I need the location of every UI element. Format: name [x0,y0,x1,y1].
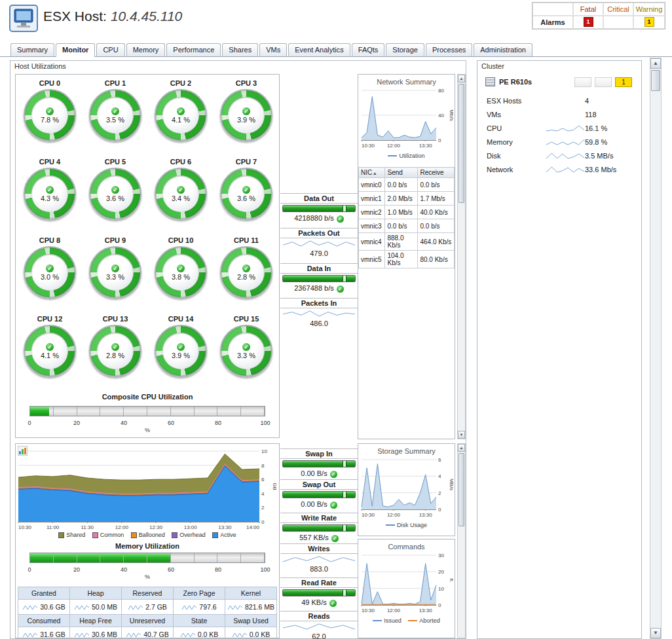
cpu-value: 3.6 % [106,194,124,202]
alarm-cell-warning[interactable]: 1 [615,77,632,87]
nic-row[interactable]: vmnic4888.0 Kb/s464.0 Kb/s [359,233,455,251]
svg-text:8: 8 [261,463,265,469]
cpu-value: 3.8 % [172,273,190,281]
dial-gauge: 3.3 % [89,246,141,299]
stat-header: Unreserved [122,615,174,627]
dial-gauge: 3.0 % [24,246,76,299]
cpu-gauge: CPU 112.8 % [214,233,279,312]
svg-text:13:30: 13:30 [419,608,432,613]
stat-value: 797.6 [174,600,225,615]
write-rate-gauge: Write Rate 557 KB/s [280,513,358,542]
tab-summary[interactable]: Summary [10,43,54,56]
stat-value: 30.6 MB [70,627,122,639]
host-icon [9,5,38,33]
tab-administration[interactable]: Administration [474,43,532,56]
nic-row[interactable]: vmnic30.0 b/s0.0 b/s [359,219,455,233]
tab-memory[interactable]: Memory [126,43,166,56]
scroll-thumb[interactable] [458,84,464,203]
alarm-cell-critical[interactable] [595,77,612,87]
cluster-row-cpu: CPU 16.1 % [477,121,641,135]
send-column-header[interactable]: Send [385,168,418,178]
alarm-cell-fatal[interactable] [574,77,591,87]
trend-sparkline [282,310,356,318]
nic-row[interactable]: vmnic21.0 Mb/s40.0 Kb/s [359,206,455,219]
cpu-value: 3.9 % [172,352,190,359]
tab-storage[interactable]: Storage [386,43,424,56]
tab-faqts[interactable]: FAQts [352,43,385,56]
memory-stats-table: Granted Heap Reserved Zero Page Kernel 3… [18,587,277,638]
tab-performance[interactable]: Performance [166,43,221,56]
tab-monitor[interactable]: Monitor [56,43,95,57]
trend-sparkline [126,632,141,638]
status-ok-icon [242,265,250,272]
stat-header: Reserved [122,587,174,600]
scroll-down-arrow[interactable] [650,628,661,638]
cpu-value: 3.6 % [237,194,255,202]
host-ip: 10.4.45.110 [111,9,182,24]
svg-text:6: 6 [261,477,265,483]
svg-text:10:30: 10:30 [362,143,375,149]
inner-scrollbar-bottom[interactable] [457,443,466,638]
receive-column-header[interactable]: Receive [418,168,455,178]
trend-sparkline [22,632,38,638]
tab-shares[interactable]: Shares [222,43,258,56]
svg-text:11:30: 11:30 [81,524,94,530]
cluster-server-row[interactable]: PE R610s 1 [485,77,635,87]
tab-cpu[interactable]: CPU [96,43,124,56]
cpu-value: 4.1 % [41,352,59,359]
metric-label: Read Rate [280,577,358,588]
metric-label: Writes [280,543,358,554]
cpu-gauge: CPU 53.6 % [83,155,148,233]
tab-processes[interactable]: Processes [426,43,472,56]
cluster-row-esx-hosts: ESX Hosts 4 [477,94,641,107]
stat-value: 50.0 MB [70,600,122,615]
server-name[interactable]: PE R610s [499,78,532,86]
level-gauge [282,205,356,212]
scroll-thumb[interactable] [458,453,464,526]
tab-event-analytics[interactable]: Event Analytics [288,43,350,56]
trend-sparkline [282,623,356,630]
scroll-thumb[interactable] [651,70,660,91]
trend-sparkline [232,632,248,638]
scroll-down-arrow[interactable] [458,431,465,439]
nic-column-header[interactable]: NIC [359,168,385,178]
esx-host-dashboard: ESX Host:10.4.45.110 Fatal Critical Warn… [0,0,672,639]
c pu-gauge: CPU 63.4 % [148,155,214,233]
main-scrollbar[interactable] [650,58,662,639]
metric-value: 62.0 [280,632,358,639]
fatal-count-cell: 1 [573,16,603,29]
stat-value: 0.0 KB [174,627,225,639]
cluster-row-network: Network 33.6 Mb/s [477,162,641,176]
scroll-up-arrow[interactable] [650,58,661,69]
nic-row[interactable]: vmnic12.0 Mb/s1.7 Mb/s [359,192,455,206]
cpu-label: CPU 13 [83,315,148,323]
scroll-up-arrow[interactable] [458,444,465,452]
alarms-col-fatal: Fatal [573,3,603,16]
nic-row[interactable]: vmnic5104.0 Kb/s80.0 Kb/s [359,251,455,268]
network-chart-legend: Utilization [358,151,455,159]
mini-chart-icon[interactable] [18,446,28,457]
legend-line-swatch [388,155,397,156]
cpu-gauge: CPU 103.8 % [148,233,214,312]
scroll-up-arrow[interactable] [458,75,465,82]
metric-value: 0.00 B/s [280,469,358,478]
nic-row[interactable]: vmnic00.0 b/s0.0 b/s [359,178,455,192]
stat-value: 30.6 GB [18,600,70,615]
svg-text:12:00: 12:00 [386,512,400,518]
warning-count[interactable]: 1 [644,17,654,27]
nic-table: NIC Send Receive vmnic00.0 b/s0.0 b/s vm… [358,167,455,268]
level-gauge [282,524,356,532]
metric-value: 0.00 B/s [280,500,358,509]
inner-scrollbar-top[interactable] [457,74,466,439]
status-ok-icon [337,215,344,223]
tab-vms[interactable]: VMs [259,43,287,56]
stat-header: Heap [70,587,122,600]
svg-text:12:30: 12:30 [149,524,163,530]
metric-label: Swap In [280,448,358,459]
cpu-gauge: CPU 24.1 % [148,76,214,155]
memory-utilization-title: Memory Utilization [16,542,279,550]
fatal-count[interactable]: 1 [584,17,593,27]
dial-gauge: 3.4 % [155,168,207,220]
status-ok-icon [330,502,337,509]
dial-gauge: 3.6 % [220,168,272,220]
